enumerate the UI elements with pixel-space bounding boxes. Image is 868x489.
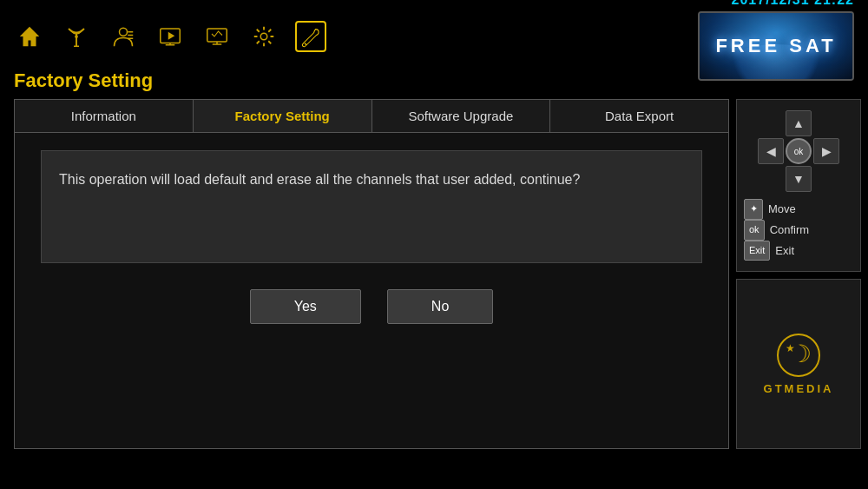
dpad-left-button[interactable]: ◀ — [758, 138, 784, 164]
gtmedia-circle-icon — [777, 334, 820, 377]
dpad-right-button[interactable]: ▶ — [813, 138, 839, 164]
top-right: 2017/12/31 21:22 FREE SAT — [698, 0, 854, 81]
content-area: This operation will load default and era… — [14, 133, 729, 449]
network-icon[interactable] — [201, 21, 233, 52]
gtmedia-brand-text: GTMEDIA — [764, 382, 834, 395]
svg-line-16 — [305, 43, 306, 45]
button-row: Yes No — [250, 289, 494, 324]
right-panel: ▲ ◀ ok ▶ ▼ ✦ Move ok Confirm Exit Exit — [729, 99, 868, 449]
confirm-label-row: ok Confirm — [744, 220, 853, 241]
tab-software-upgrade[interactable]: Software Upgrade — [372, 100, 551, 132]
freesat-brand-text: FREE SAT — [715, 35, 836, 57]
dpad-down-button[interactable]: ▼ — [786, 166, 812, 192]
svg-marker-0 — [20, 27, 40, 47]
exit-key-icon: Exit — [744, 241, 770, 261]
top-bar: 2017/12/31 21:22 FREE SAT — [0, 0, 868, 69]
exit-label-row: Exit Exit — [744, 241, 853, 261]
tools-icon[interactable] — [295, 21, 326, 52]
media-icon[interactable] — [155, 21, 186, 52]
svg-point-4 — [120, 28, 128, 36]
confirm-label: Confirm — [770, 220, 810, 240]
yes-button[interactable]: Yes — [250, 289, 361, 324]
dpad: ▲ ◀ ok ▶ ▼ — [758, 110, 839, 192]
left-panel: Information Factory Setting Software Upg… — [14, 99, 729, 449]
tab-data-export[interactable]: Data Export — [550, 100, 728, 132]
freesat-logo: FREE SAT — [698, 11, 854, 81]
gtmedia-logo: GTMEDIA — [736, 279, 861, 449]
svg-rect-12 — [207, 29, 227, 42]
user-icon[interactable] — [108, 21, 139, 52]
svg-marker-9 — [168, 32, 175, 40]
dpad-labels: ✦ Move ok Confirm Exit Exit — [744, 199, 853, 261]
antenna-icon[interactable] — [61, 21, 92, 52]
move-key-icon: ✦ — [744, 199, 763, 220]
exit-label: Exit — [775, 241, 794, 261]
datetime-display: 2017/12/31 21:22 — [732, 0, 854, 8]
svg-point-2 — [75, 35, 78, 38]
tabs-bar: Information Factory Setting Software Upg… — [14, 99, 729, 133]
move-label: Move — [768, 199, 796, 219]
svg-point-15 — [260, 33, 267, 40]
nav-icons — [14, 21, 326, 52]
message-box: This operation will load default and era… — [41, 150, 702, 263]
home-icon[interactable] — [14, 21, 45, 52]
factory-reset-message: This operation will load default and era… — [59, 172, 580, 187]
dpad-ok-button[interactable]: ok — [786, 138, 812, 164]
main-area: Information Factory Setting Software Upg… — [0, 99, 868, 449]
settings-icon[interactable] — [248, 21, 279, 52]
move-label-row: ✦ Move — [744, 199, 853, 220]
dpad-up-button[interactable]: ▲ — [786, 110, 812, 136]
dpad-container: ▲ ◀ ok ▶ ▼ ✦ Move ok Confirm Exit Exit — [736, 99, 861, 272]
ok-key-icon: ok — [744, 220, 765, 241]
tab-factory-setting[interactable]: Factory Setting — [194, 100, 372, 132]
tab-information[interactable]: Information — [15, 100, 194, 132]
no-button[interactable]: No — [387, 289, 493, 324]
